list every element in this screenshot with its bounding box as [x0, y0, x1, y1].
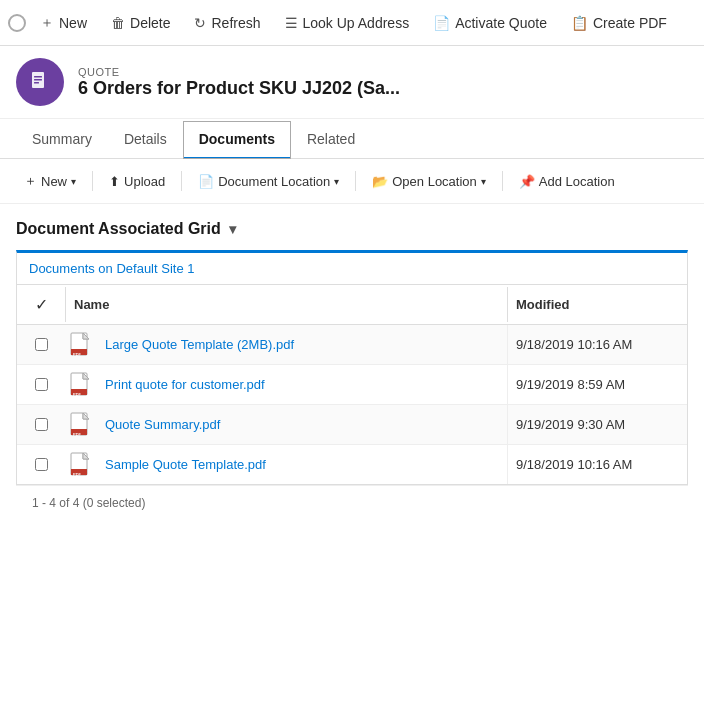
doc-location-label: Document Location [218, 174, 330, 189]
row-checkbox[interactable] [17, 326, 65, 363]
trash-icon: 🗑 [111, 15, 125, 31]
plus-small-icon: ＋ [24, 172, 37, 190]
lookup-address-button[interactable]: ☰ Look Up Address [275, 9, 420, 37]
document-location-button[interactable]: 📄 Document Location ▾ [190, 169, 347, 194]
file-name-link[interactable]: Large Quote Template (2MB).pdf [97, 325, 507, 364]
lookup-icon: ☰ [285, 15, 298, 31]
grid-collapse-chevron-icon[interactable]: ▾ [229, 221, 236, 237]
row-checkbox[interactable] [17, 446, 65, 483]
table-row: PDF Print quote for customer.pdf 9/19/20… [17, 365, 687, 405]
open-location-label: Open Location [392, 174, 477, 189]
add-location-label: Add Location [539, 174, 615, 189]
sub-toolbar-divider-1 [92, 171, 93, 191]
upload-button[interactable]: ⬆ Upload [101, 169, 173, 194]
refresh-icon: ↻ [194, 15, 206, 31]
record-type: QUOTE [78, 66, 400, 78]
record-title: 6 Orders for Product SKU JJ202 (Sa... [78, 78, 400, 99]
svg-rect-3 [34, 82, 39, 84]
grid-title: Document Associated Grid [16, 220, 221, 238]
file-modified-date: 9/18/2019 10:16 AM [507, 445, 687, 484]
grid-footer-text: 1 - 4 of 4 (0 selected) [32, 496, 145, 510]
record-header: QUOTE 6 Orders for Product SKU JJ202 (Sa… [0, 46, 704, 119]
create-pdf-button[interactable]: 📋 Create PDF [561, 9, 677, 37]
file-name-link[interactable]: Sample Quote Template.pdf [97, 445, 507, 484]
sub-new-label: New [41, 174, 67, 189]
circle-icon [8, 14, 26, 32]
document-grid-section: Document Associated Grid ▾ Documents on … [0, 204, 704, 536]
refresh-button-label: Refresh [211, 15, 260, 31]
doc-location-chevron-icon: ▾ [334, 176, 339, 187]
row-checkbox[interactable] [17, 366, 65, 403]
svg-text:PDF: PDF [73, 432, 82, 437]
select-all-checkbox[interactable]: ✓ [17, 285, 65, 324]
add-location-icon: 📌 [519, 174, 535, 189]
new-button-label: New [59, 15, 87, 31]
open-location-button[interactable]: 📂 Open Location ▾ [364, 169, 494, 194]
documents-table: Documents on Default Site 1 ✓ Name Modif… [16, 250, 688, 485]
table-row: PDF Quote Summary.pdf 9/19/2019 9:30 AM [17, 405, 687, 445]
delete-button-label: Delete [130, 15, 170, 31]
col-name-header: Name [65, 287, 507, 322]
sub-new-button[interactable]: ＋ New ▾ [16, 167, 84, 195]
table-row: PDF Large Quote Template (2MB).pdf 9/18/… [17, 325, 687, 365]
sub-toolbar-divider-2 [181, 171, 182, 191]
file-modified-date: 9/18/2019 10:16 AM [507, 325, 687, 364]
tab-related[interactable]: Related [291, 121, 371, 159]
svg-text:PDF: PDF [73, 392, 82, 397]
document-rows-container: PDF Large Quote Template (2MB).pdf 9/18/… [17, 325, 687, 484]
avatar [16, 58, 64, 106]
activate-quote-button[interactable]: 📄 Activate Quote [423, 9, 557, 37]
svg-text:PDF: PDF [73, 472, 82, 477]
delete-button[interactable]: 🗑 Delete [101, 9, 180, 37]
upload-label: Upload [124, 174, 165, 189]
open-location-icon: 📂 [372, 174, 388, 189]
upload-icon: ⬆ [109, 174, 120, 189]
row-checkbox[interactable] [17, 406, 65, 443]
svg-text:PDF: PDF [73, 352, 82, 357]
lookup-button-label: Look Up Address [303, 15, 410, 31]
col-modified-header: Modified [507, 287, 687, 322]
pdf-file-icon: PDF [65, 452, 97, 478]
doc-site-header[interactable]: Documents on Default Site 1 [17, 253, 687, 285]
tab-summary[interactable]: Summary [16, 121, 108, 159]
doc-location-icon: 📄 [198, 174, 214, 189]
pdf-file-icon: PDF [65, 372, 97, 398]
table-row: PDF Sample Quote Template.pdf 9/18/2019 … [17, 445, 687, 484]
open-location-chevron-icon: ▾ [481, 176, 486, 187]
sub-toolbar-divider-4 [502, 171, 503, 191]
activate-icon: 📄 [433, 15, 450, 31]
svg-rect-1 [34, 76, 42, 78]
new-button[interactable]: ＋ New [30, 8, 97, 38]
svg-rect-2 [34, 79, 42, 81]
plus-icon: ＋ [40, 14, 54, 32]
tab-documents[interactable]: Documents [183, 121, 291, 159]
activate-button-label: Activate Quote [455, 15, 547, 31]
file-name-link[interactable]: Quote Summary.pdf [97, 405, 507, 444]
grid-section-header: Document Associated Grid ▾ [16, 220, 688, 238]
tab-navigation: Summary Details Documents Related [0, 121, 704, 159]
grid-footer: 1 - 4 of 4 (0 selected) [16, 485, 688, 520]
pdf-file-icon: PDF [65, 332, 97, 358]
main-toolbar: ＋ New 🗑 Delete ↻ Refresh ☰ Look Up Addre… [0, 0, 704, 46]
pdf-create-icon: 📋 [571, 15, 588, 31]
add-location-button[interactable]: 📌 Add Location [511, 169, 623, 194]
chevron-down-icon: ▾ [71, 176, 76, 187]
documents-sub-toolbar: ＋ New ▾ ⬆ Upload 📄 Document Location ▾ 📂… [0, 159, 704, 204]
file-modified-date: 9/19/2019 9:30 AM [507, 405, 687, 444]
file-name-link[interactable]: Print quote for customer.pdf [97, 365, 507, 404]
tab-details[interactable]: Details [108, 121, 183, 159]
pdf-file-icon: PDF [65, 412, 97, 438]
record-info: QUOTE 6 Orders for Product SKU JJ202 (Sa… [78, 66, 400, 99]
create-pdf-button-label: Create PDF [593, 15, 667, 31]
file-modified-date: 9/19/2019 8:59 AM [507, 365, 687, 404]
sub-toolbar-divider-3 [355, 171, 356, 191]
refresh-button[interactable]: ↻ Refresh [184, 9, 270, 37]
table-column-headers: ✓ Name Modified [17, 285, 687, 325]
